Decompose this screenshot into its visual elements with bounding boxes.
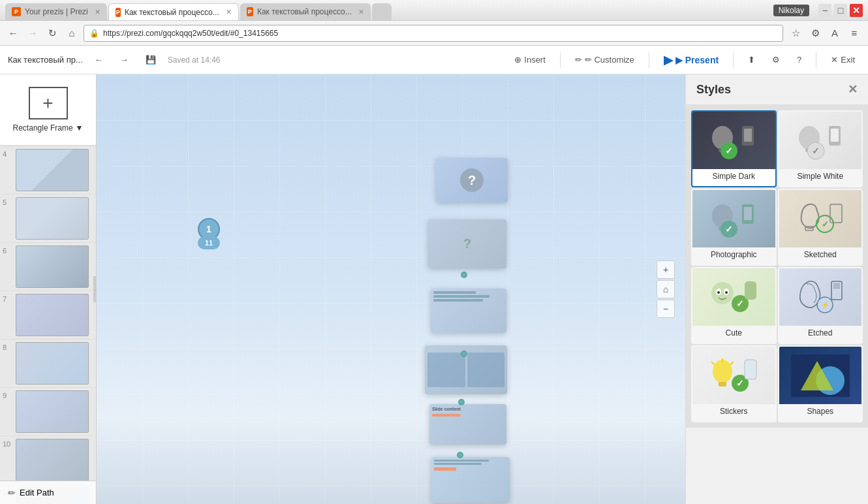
url-text: https://prezi.com/gqckqqq2w50t/edit/#0_1… [103,29,278,38]
svg-line-39 [711,362,715,365]
style-item-cute[interactable]: ✓ Cute [691,267,777,344]
canvas-slide-2[interactable]: ? [428,219,506,268]
window-minimize-button[interactable]: − [818,4,831,17]
edit-path-bar[interactable]: ✏ Edit Path [0,480,96,504]
extensions-icon[interactable]: ⚙ [807,25,824,42]
svg-text:✓: ✓ [736,298,744,309]
tab-label-1: Your prezis | Prezi [25,7,88,16]
toolbar-separator-3 [733,52,734,68]
insert-icon: ⊕ [514,55,521,65]
bookmarks-icon[interactable]: ☆ [787,25,804,42]
svg-text:✓: ✓ [725,146,733,156]
browser-tab-2[interactable]: P Как текстовый процессо... ✕ [108,3,239,20]
redo-button[interactable]: → [115,52,134,67]
browser-tab-3[interactable]: P Как текстовый процессо... ✕ [240,3,371,20]
slide-thumb-inner-10 [16,439,88,480]
frame-selector[interactable]: + Rectangle Frame ▼ [0,74,96,146]
style-item-simple-dark[interactable]: ✓ Simple Dark [691,110,777,187]
svg-text:⚡: ⚡ [820,300,829,309]
customize-button[interactable]: ✏ ✏ Customize [570,52,640,67]
slide-item-4[interactable]: 4 [0,146,96,195]
style-item-simple-white[interactable]: ✓ Simple White [778,110,863,187]
style-thumb-sketched: ✓ [779,190,862,247]
insert-button[interactable]: ⊕ Insert [509,52,551,67]
slide-item-10[interactable]: 10 [0,436,96,484]
svg-point-36 [713,360,732,383]
slide-thumb-8 [16,342,89,385]
style-item-shapes[interactable]: Shapes [778,345,863,422]
undo-button[interactable]: ← [89,52,108,67]
zoom-reset-button[interactable]: ⌂ [657,280,675,298]
svg-text:✓: ✓ [812,146,820,156]
nav-home-button[interactable]: ⌂ [64,25,80,41]
slide-item-7[interactable]: 7 [0,291,96,339]
canvas-slide-6[interactable] [431,457,510,503]
slide-item-6[interactable]: 6 [0,243,96,291]
zoom-in-button[interactable]: + [657,260,675,279]
style-label-sketched: Sketched [804,250,837,259]
styles-header: Styles ✕ [686,74,868,105]
nav-forward-button[interactable]: → [25,25,40,41]
window-close-button[interactable]: ✕ [850,4,863,17]
slide-number-9: 9 [3,390,13,400]
style-item-photographic[interactable]: ✓ Photographic [691,189,777,266]
tab-favicon-3: P [247,7,253,16]
saved-status: Saved at 14:46 [168,55,221,65]
styles-title: Styles [696,83,731,97]
style-thumb-simple-white: ✓ [779,112,862,169]
settings-icon: ⚙ [772,55,780,65]
canvas-slide-5[interactable]: Slide content [429,404,506,445]
tab-close-2[interactable]: ✕ [226,8,232,16]
translate-icon[interactable]: A [826,25,843,42]
style-label-simple-dark: Simple Dark [713,172,755,181]
svg-point-22 [711,282,734,304]
slide-item-8[interactable]: 8 [0,339,96,388]
help-icon: ? [797,55,801,65]
style-label-stickers: Stickers [720,407,748,416]
path-sub-indicator: 11 [198,236,220,249]
present-button[interactable]: ▶ ▶ Present [659,50,724,70]
slide-item-9[interactable]: 9 [0,388,96,436]
style-item-stickers[interactable]: ✓ Stickers [691,345,777,422]
exit-button[interactable]: ✕ Exit [826,52,860,67]
save-button[interactable]: 💾 [140,52,161,67]
canvas-slide-1[interactable]: ? [436,158,508,202]
style-label-cute: Cute [726,328,742,338]
canvas-area[interactable]: 1 11 ? ? [97,74,685,504]
browser-tab-1[interactable]: P Your prezis | Prezi ✕ [5,3,107,20]
styles-panel: Styles ✕ ✓ [685,74,868,504]
nav-back-button[interactable]: ← [5,25,21,41]
connector-dot-2 [461,351,467,357]
svg-text:✓: ✓ [736,378,744,388]
canvas-grid [97,74,685,504]
slide-thumb-5 [16,197,89,240]
slide-thumb-inner-8 [16,343,88,384]
style-item-etched[interactable]: ⚡ Etched [778,267,863,344]
app-title: Как текстовый пр... [8,55,83,65]
slide-number-4: 4 [3,149,13,158]
tab-label-3: Как текстовый процессо... [257,7,352,16]
style-item-sketched[interactable]: ✓ Sketched [778,189,863,266]
frame-plus-icon: + [42,93,53,114]
slide-thumb-inner-4 [16,150,88,191]
frame-label: Rectangle Frame ▼ [13,123,84,133]
tab-close-3[interactable]: ✕ [358,8,364,16]
share-button[interactable]: ⬆ [743,52,760,67]
slide-item-5[interactable]: 5 [0,195,96,243]
styles-close-button[interactable]: ✕ [848,82,858,97]
slide-thumb-10 [16,439,89,481]
settings-button[interactable]: ⚙ [767,52,785,67]
menu-icon[interactable]: ≡ [846,25,863,42]
canvas-slide-3[interactable] [431,289,506,333]
frame-dropdown-icon[interactable]: ▼ [76,123,84,133]
nav-refresh-button[interactable]: ↻ [44,25,60,41]
help-button[interactable]: ? [792,52,807,67]
share-icon: ⬆ [748,55,755,65]
tab-close-1[interactable]: ✕ [95,8,101,16]
address-bar[interactable]: 🔒 https://prezi.com/gqckqqq2w50t/edit/#0… [84,25,783,42]
edit-path-icon: ✏ [8,488,16,498]
slides-panel: + Rectangle Frame ▼ 4 5 6 [0,74,97,504]
window-maximize-button[interactable]: □ [834,4,847,17]
browser-tab-4[interactable] [372,3,392,20]
zoom-out-button[interactable]: − [657,300,675,318]
